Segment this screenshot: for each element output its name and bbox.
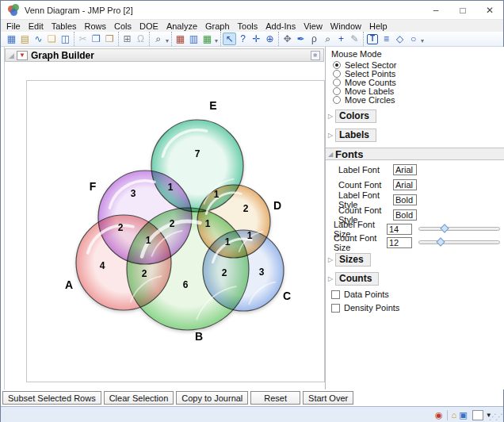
new-journal-icon[interactable]: ▤ bbox=[18, 33, 32, 45]
venn-set-label-b: B bbox=[195, 330, 203, 343]
section-fonts[interactable]: ◢ Fonts bbox=[326, 148, 504, 160]
menu-item-tools[interactable]: Tools bbox=[234, 21, 262, 32]
add-table-icon[interactable]: ▦ bbox=[200, 33, 214, 45]
menu-item-view[interactable]: View bbox=[300, 21, 326, 32]
menu-item-rows[interactable]: Rows bbox=[81, 21, 111, 32]
radio-icon[interactable] bbox=[333, 70, 341, 78]
plus-tool-icon[interactable]: + bbox=[334, 33, 348, 45]
labels-section-header[interactable]: Labels bbox=[335, 129, 376, 142]
python-script-icon[interactable]: ∿ bbox=[32, 33, 45, 45]
paintbrush-tool-icon[interactable]: ✒ bbox=[294, 33, 307, 45]
help-tool-icon[interactable]: ? bbox=[236, 33, 250, 45]
close-button[interactable]: ✕ bbox=[476, 1, 503, 19]
slider-track[interactable] bbox=[418, 240, 500, 244]
slider-input-label-font-size[interactable]: 14 bbox=[387, 224, 412, 235]
slider-thumb[interactable] bbox=[441, 224, 449, 232]
toolbar-overflow-icon[interactable]: ▾ bbox=[166, 37, 169, 44]
mouse-mode-option-select-points[interactable]: Select Points bbox=[333, 70, 504, 78]
checkbox-label: Data Points bbox=[344, 290, 389, 299]
field-input-label-font[interactable]: Arial bbox=[393, 164, 417, 175]
chevron-right-icon: ▷ bbox=[328, 275, 335, 282]
toolbar-overflow-icon[interactable]: ▾ bbox=[421, 37, 424, 44]
log-status-icon[interactable]: ◉ bbox=[435, 411, 443, 420]
window-list-icon[interactable]: ▣ bbox=[459, 411, 467, 420]
field-label: Label Font bbox=[338, 165, 393, 175]
menu-item-window[interactable]: Window bbox=[326, 21, 365, 32]
window-title: Venn Diagram - JMP Pro [2] bbox=[25, 6, 133, 15]
status-preview-box[interactable] bbox=[472, 410, 483, 420]
checkbox-density-points[interactable]: Density Points bbox=[331, 303, 504, 313]
mouse-mode-option-move-counts[interactable]: Move Counts bbox=[333, 79, 504, 86]
menu-item-cols[interactable]: Cols bbox=[110, 21, 136, 32]
menu-item-doe[interactable]: DOE bbox=[136, 21, 162, 32]
annotate-tool-icon[interactable]: T bbox=[367, 34, 378, 44]
section-colors[interactable]: ▷ Colors bbox=[328, 109, 504, 123]
colors-section-header[interactable]: Colors bbox=[335, 109, 376, 123]
grabber-tool-icon[interactable]: ✥ bbox=[281, 33, 294, 45]
home-window-icon[interactable]: ⌂ bbox=[452, 411, 457, 420]
radio-icon[interactable] bbox=[333, 79, 341, 86]
slider-track[interactable] bbox=[418, 227, 500, 231]
open-icon[interactable]: ❏ bbox=[45, 33, 59, 45]
maximize-button[interactable]: □ bbox=[449, 1, 476, 19]
slider-input-count-font-size[interactable]: 12 bbox=[387, 237, 412, 248]
venn-set-label-f: F bbox=[90, 180, 97, 193]
counts-section-header[interactable]: Counts bbox=[335, 272, 379, 286]
red-triangle-menu-button[interactable]: ▼ bbox=[17, 51, 28, 60]
menu-item-edit[interactable]: Edit bbox=[25, 21, 48, 32]
start-over-button[interactable]: Start Over bbox=[303, 391, 353, 405]
toolbar-overflow-icon[interactable]: ▾ bbox=[215, 37, 218, 44]
checkbox-data-points[interactable]: Data Points bbox=[331, 290, 504, 299]
slider-thumb[interactable] bbox=[437, 237, 445, 246]
mouse-mode-option-move-circles[interactable]: Move Circles bbox=[333, 96, 504, 104]
fonts-section-header[interactable]: Fonts bbox=[335, 148, 363, 160]
cursor-tool-icon[interactable]: ↖ bbox=[223, 33, 236, 45]
venn-plot[interactable]: EFADBC7131222111142236 bbox=[26, 80, 325, 382]
field-input-count-font[interactable]: Arial bbox=[393, 179, 417, 190]
radio-icon[interactable] bbox=[333, 87, 341, 95]
venn-circle-c[interactable] bbox=[203, 230, 284, 311]
polygon-tool-icon[interactable]: ◇ bbox=[393, 33, 407, 45]
data-table-icon[interactable]: ▦ bbox=[174, 33, 187, 45]
new-data-table-icon[interactable]: ▦ bbox=[5, 33, 18, 45]
pencil-tool-icon[interactable]: ✎ bbox=[348, 33, 361, 45]
radio-icon[interactable] bbox=[333, 61, 341, 69]
sizes-section-header[interactable]: Sizes bbox=[335, 253, 371, 267]
columns-viewer-icon[interactable]: ▥ bbox=[187, 33, 200, 45]
paste-icon[interactable]: ❒ bbox=[103, 33, 116, 45]
reset-button[interactable]: Reset bbox=[250, 391, 300, 405]
checkbox-icon[interactable] bbox=[331, 304, 340, 313]
resize-grip[interactable]: ⋰⋰ bbox=[489, 412, 502, 421]
lines-tool-icon[interactable]: ≡ bbox=[380, 33, 393, 45]
mouse-mode-option-move-labels[interactable]: Move Labels bbox=[333, 87, 504, 95]
clear-selection-button[interactable]: Clear Selection bbox=[104, 391, 174, 405]
radio-icon[interactable] bbox=[333, 96, 341, 104]
oval-tool-icon[interactable]: ○ bbox=[407, 33, 420, 45]
magnifier-tool-icon[interactable]: ⌕ bbox=[321, 33, 334, 45]
copy-to-journal-button[interactable]: Copy to Journal bbox=[176, 391, 248, 405]
outline-expand-icon[interactable]: ◢ bbox=[9, 52, 14, 59]
save-icon[interactable]: ◫ bbox=[59, 33, 72, 45]
data-filter-icon[interactable]: ⊞ bbox=[120, 33, 134, 45]
menu-item-help[interactable]: Help bbox=[365, 21, 391, 32]
menu-item-graph[interactable]: Graph bbox=[201, 21, 234, 32]
section-labels[interactable]: ▷ Labels bbox=[328, 129, 504, 142]
search-icon[interactable]: ⌕ bbox=[151, 33, 165, 45]
section-sizes[interactable]: ▷ Sizes bbox=[328, 253, 504, 267]
menu-item-file[interactable]: File bbox=[2, 21, 25, 32]
mouse-mode-option-select-sector[interactable]: Select Sector bbox=[333, 61, 504, 69]
checkbox-icon[interactable] bbox=[331, 290, 340, 299]
subset-selected-rows-button[interactable]: Subset Selected Rows bbox=[2, 391, 101, 405]
field-input-label-font-style[interactable]: Bold bbox=[393, 194, 417, 205]
copy-icon[interactable]: ❐ bbox=[90, 33, 103, 45]
menu-item-tables[interactable]: Tables bbox=[48, 21, 81, 32]
menu-item-addins[interactable]: Add-Ins bbox=[262, 21, 300, 32]
field-input-count-font-style[interactable]: Bold bbox=[393, 209, 417, 221]
minimize-button[interactable]: – bbox=[422, 1, 449, 19]
menu-item-analyze[interactable]: Analyze bbox=[162, 21, 201, 32]
crosshair-tool-icon[interactable]: ✛ bbox=[250, 33, 263, 45]
brush-tool-icon[interactable]: ⊕ bbox=[263, 33, 277, 45]
lasso-tool-icon[interactable]: ρ bbox=[307, 33, 321, 45]
section-counts[interactable]: ▷ Counts bbox=[328, 272, 504, 286]
pin-window-icon[interactable]: ✱ bbox=[311, 51, 320, 60]
